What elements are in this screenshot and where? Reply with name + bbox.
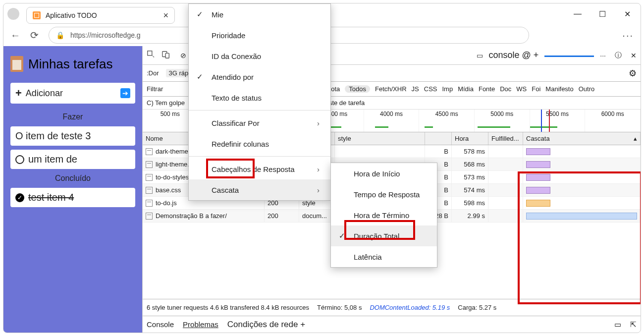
devtools-close-button[interactable]: ✕ xyxy=(631,52,637,59)
section-done: Concluído xyxy=(10,174,135,183)
plus-icon: + xyxy=(15,87,22,100)
filter-js[interactable]: JS xyxy=(412,85,419,93)
col-waterfall: Cascata▴ xyxy=(523,132,641,145)
mi-classificar: Classificar Por› xyxy=(189,112,330,133)
filter-font[interactable]: Fonte xyxy=(479,85,495,93)
task-test3[interactable]: O item de teste 3 xyxy=(10,126,135,146)
drawer-dock-icon[interactable]: ▭ xyxy=(614,320,621,329)
minimize-button[interactable]: — xyxy=(570,6,585,21)
drawer-problems[interactable]: Problemas xyxy=(183,320,218,329)
col-style: style xyxy=(335,132,425,145)
active-tab-indicator xyxy=(544,54,594,57)
filter-wasm[interactable]: Foi xyxy=(532,85,540,93)
mi-mie: ✓Mie xyxy=(189,4,330,25)
filter-fetch[interactable]: Fetch/XHR xyxy=(375,85,407,93)
golpe-text: C) Tem golpe xyxy=(147,99,185,107)
file-icon xyxy=(146,148,153,155)
status-finish: Término: 5,08 s xyxy=(317,304,362,311)
status-summary: 6 style tuner requests 4.6 kB transfered… xyxy=(147,304,309,311)
block-icon[interactable]: ⊘ xyxy=(180,52,186,59)
help-icon[interactable]: ⓘ xyxy=(615,51,622,60)
status-bar: 6 style tuner requests 4.6 kB transfered… xyxy=(143,299,641,316)
filter-css[interactable]: CSS xyxy=(424,85,437,93)
refresh-button[interactable]: ⟳ xyxy=(30,29,39,41)
col-time: Hora xyxy=(452,132,488,145)
section-todo: Fazer xyxy=(10,112,135,121)
inspect-icon[interactable] xyxy=(147,50,156,60)
file-icon xyxy=(146,213,153,220)
filter-img[interactable]: Imp xyxy=(442,85,453,93)
svg-rect-0 xyxy=(148,51,152,56)
filter-doc[interactable]: Doc xyxy=(500,85,511,93)
drawer-network-conditions[interactable]: Condições de rede + xyxy=(227,320,305,330)
task-umitem[interactable]: um item de xyxy=(10,150,135,169)
profile-avatar[interactable] xyxy=(7,8,19,20)
task-done4[interactable]: ✓test item 4 xyxy=(10,188,135,207)
file-icon xyxy=(146,200,153,207)
console-tab-label[interactable]: console @ + xyxy=(489,50,539,60)
maximize-button[interactable]: ☐ xyxy=(595,6,610,21)
mi-latencia: Latência xyxy=(331,246,437,267)
col-size xyxy=(425,132,452,145)
file-icon xyxy=(146,161,153,168)
cascata-submenu[interactable]: Hora de Início Tempo de Resposta Hora de… xyxy=(330,163,437,268)
todo-app: Minhas tarefas + Adicionar ➔ Fazer O ite… xyxy=(3,46,142,333)
mi-tempo-resposta: Tempo de Resposta xyxy=(331,184,437,205)
close-window-button[interactable]: ✕ xyxy=(620,6,635,21)
dor-label: :Dor xyxy=(147,69,159,77)
tab-favicon xyxy=(33,11,41,19)
mi-cascata: Cascata› xyxy=(189,179,330,200)
status-dcl: DOMContentLoaded: 5.19 s xyxy=(370,304,450,311)
back-button[interactable]: ← xyxy=(10,30,20,41)
clipboard-icon xyxy=(10,56,23,72)
mi-cabecalhos: Cabeçalhos de Resposta› xyxy=(189,159,330,179)
console-icon: ▭ xyxy=(477,52,483,59)
col-fulfilled: Fulfilled... xyxy=(488,132,523,145)
devtools-more-button[interactable]: ··· xyxy=(600,52,606,59)
filter-manifest[interactable]: Manifesto xyxy=(545,85,573,93)
status-load: Carga: 5.27 s xyxy=(458,304,496,311)
file-icon xyxy=(146,187,153,194)
lock-icon: 🔒 xyxy=(56,31,64,39)
add-task-button[interactable]: + Adicionar ➔ xyxy=(10,83,135,104)
mi-redefinir: Redefinir colunas xyxy=(189,133,330,154)
filter-label[interactable]: Filtrar xyxy=(147,85,163,93)
mi-hora-termino: Hora de Término xyxy=(331,205,437,225)
drawer: Console Problemas Condições de rede + ▭ … xyxy=(143,316,641,333)
unchecked-icon xyxy=(15,155,24,164)
mi-duracao-total: ✓Duração Total xyxy=(331,225,437,246)
filter-other[interactable]: Outro xyxy=(579,85,595,93)
mi-texto-status: Texto de status xyxy=(189,87,330,108)
drawer-export-icon[interactable]: ⇱ xyxy=(630,320,637,329)
filter-all[interactable]: Todos xyxy=(345,85,370,93)
submit-icon[interactable]: ➔ xyxy=(120,88,130,98)
column-context-menu[interactable]: ✓Mie Prioridade ID da Conexão ✓Atendido … xyxy=(188,3,331,201)
filter-ws[interactable]: WS xyxy=(516,85,527,93)
checked-icon: ✓ xyxy=(15,193,24,202)
svg-rect-2 xyxy=(165,53,169,58)
browser-menu-button[interactable]: ··· xyxy=(622,30,634,41)
url-text: https://microsoftedge.g xyxy=(70,31,141,39)
close-tab-icon[interactable]: × xyxy=(163,10,168,21)
tab-title: Aplicativo TODO xyxy=(46,11,97,19)
mi-prioridade: Prioridade xyxy=(189,25,330,46)
browser-tab[interactable]: Aplicativo TODO × xyxy=(26,7,175,24)
mi-hora-inicio: Hora de Início xyxy=(331,163,437,184)
drawer-console[interactable]: Console xyxy=(147,320,174,329)
device-icon[interactable] xyxy=(161,50,170,60)
mi-idconexao: ID da Conexão xyxy=(189,46,330,66)
mi-atendido: ✓Atendido por xyxy=(189,66,330,87)
app-title: Minhas tarefas xyxy=(10,56,135,72)
settings-gear-icon[interactable]: ⚙ xyxy=(629,68,637,79)
file-icon xyxy=(146,174,153,181)
filter-media[interactable]: Mídia xyxy=(458,85,474,93)
